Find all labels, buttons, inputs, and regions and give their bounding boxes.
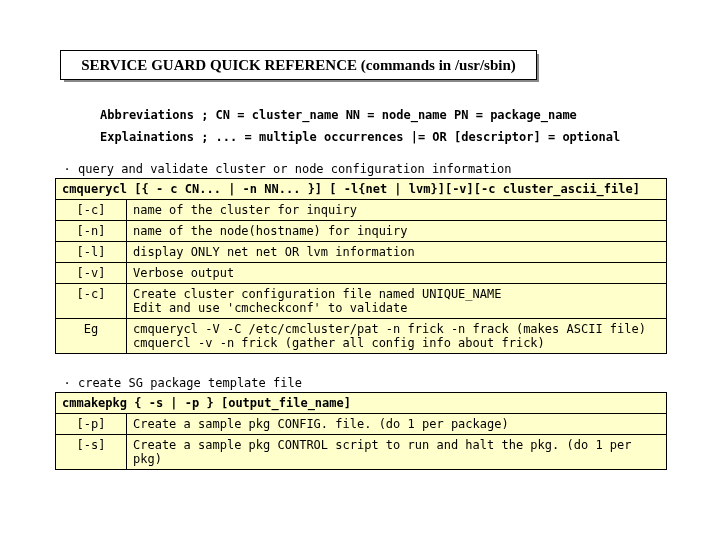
table-row: [-c]Create cluster configuration file na… (56, 284, 667, 319)
table-row: [-s]Create a sample pkg CONTROL script t… (56, 435, 667, 470)
table-row: Egcmquerycl -V -C /etc/cmcluster/pat -n … (56, 319, 667, 354)
cmmakepkg-table: · create SG package template file cmmake… (55, 376, 667, 470)
table-row: [-n]name of the node(hostname) for inqui… (56, 221, 667, 242)
command-syntax: cmmakepkg { -s | -p } [output_file_name] (56, 393, 667, 414)
table-caption: · create SG package template file (56, 376, 667, 393)
cmquerycl-table: · query and validate cluster or node con… (55, 162, 667, 354)
flag-cell: [-p] (56, 414, 127, 435)
table-row: [-c]name of the cluster for inquiry (56, 200, 667, 221)
title-container: SERVICE GUARD QUICK REFERENCE (commands … (60, 50, 535, 80)
flag-cell: [-n] (56, 221, 127, 242)
desc-cell: Create a sample pkg CONFIG. file. (do 1 … (127, 414, 667, 435)
flag-cell: Eg (56, 319, 127, 354)
definitions-block: Abbreviations ; CN = cluster_name NN = n… (100, 108, 660, 144)
desc-cell: Create a sample pkg CONTROL script to ru… (127, 435, 667, 470)
flag-cell: [-l] (56, 242, 127, 263)
command-syntax: cmquerycl [{ - c CN... | -n NN... }] [ -… (56, 179, 667, 200)
flag-cell: [-v] (56, 263, 127, 284)
explanations-line: Explainations ; ... = multiple occurrenc… (100, 130, 660, 144)
desc-cell: name of the cluster for inquiry (127, 200, 667, 221)
table-row: [-v]Verbose output (56, 263, 667, 284)
desc-cell: Verbose output (127, 263, 667, 284)
flag-cell: [-c] (56, 200, 127, 221)
table-row: [-l]display ONLY net net OR lvm informat… (56, 242, 667, 263)
desc-cell: name of the node(hostname) for inquiry (127, 221, 667, 242)
desc-cell: cmquerycl -V -C /etc/cmcluster/pat -n fr… (127, 319, 667, 354)
flag-cell: [-c] (56, 284, 127, 319)
page-title: SERVICE GUARD QUICK REFERENCE (commands … (60, 50, 537, 80)
desc-cell: display ONLY net net OR lvm information (127, 242, 667, 263)
table-caption: · query and validate cluster or node con… (56, 162, 667, 179)
table-row: [-p]Create a sample pkg CONFIG. file. (d… (56, 414, 667, 435)
flag-cell: [-s] (56, 435, 127, 470)
desc-cell: Create cluster configuration file named … (127, 284, 667, 319)
abbreviations-line: Abbreviations ; CN = cluster_name NN = n… (100, 108, 660, 122)
